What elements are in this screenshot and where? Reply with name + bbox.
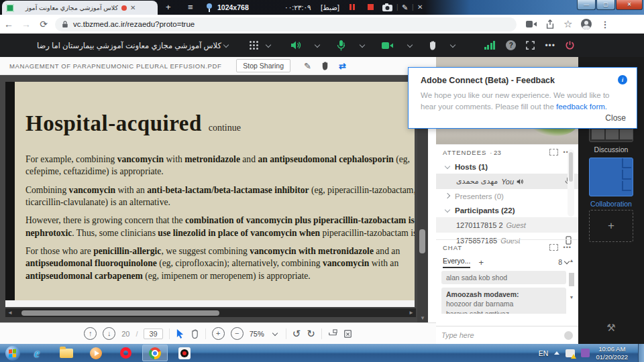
pods-grid-icon[interactable] bbox=[250, 41, 258, 50]
language-indicator[interactable]: EN bbox=[539, 349, 549, 357]
horizontal-scroll-thumb[interactable] bbox=[21, 310, 219, 316]
tray-alert-icon[interactable] bbox=[566, 349, 575, 357]
attendees-scrollbar[interactable] bbox=[568, 149, 574, 217]
zoom-in-button[interactable]: + bbox=[212, 327, 225, 340]
tray-app-icon[interactable] bbox=[581, 349, 590, 357]
chat-scroll-down-icon[interactable]: ▼ bbox=[568, 295, 576, 300]
scroll-right-icon[interactable]: ► bbox=[407, 310, 416, 316]
pods-chevron-icon[interactable] bbox=[266, 42, 271, 47]
browser-menu-icon[interactable]: ⋮ bbox=[600, 19, 609, 29]
raise-hand-chevron-icon[interactable] bbox=[450, 42, 455, 47]
recorder-stop-button[interactable] bbox=[368, 4, 374, 10]
room-title-chevron-icon[interactable] bbox=[223, 42, 229, 47]
horizontal-scrollbar[interactable]: ◄ ► bbox=[5, 308, 416, 317]
window-close-button[interactable]: ✕ bbox=[616, 0, 643, 10]
chat-scroll-up-icon[interactable]: ▲ bbox=[568, 258, 576, 263]
bookmark-star-icon[interactable]: ☆ bbox=[564, 18, 572, 30]
fit-width-icon[interactable] bbox=[328, 329, 337, 339]
tab-close-icon[interactable]: ✕ bbox=[130, 4, 136, 11]
rotate-ccw-icon[interactable]: ↺ bbox=[292, 328, 301, 340]
scroll-left-icon[interactable]: ◄ bbox=[5, 310, 15, 316]
vertical-scroll-thumb[interactable] bbox=[419, 229, 425, 253]
page-current[interactable]: 20 bbox=[121, 330, 129, 338]
fullscreen-icon[interactable] bbox=[525, 40, 535, 50]
clock[interactable]: 10:06 AM 01/20/2022 bbox=[596, 345, 628, 361]
window-minimize-button[interactable]: — bbox=[577, 0, 596, 10]
share-icon[interactable] bbox=[545, 19, 555, 29]
host-entry[interactable]: مهدی محمدی You bbox=[436, 174, 578, 189]
attendees-scroll-thumb[interactable] bbox=[569, 152, 573, 182]
media-player-icon[interactable] bbox=[83, 345, 109, 361]
webcam-chevron-icon[interactable] bbox=[407, 42, 413, 47]
add-layout-button[interactable]: + bbox=[589, 210, 633, 242]
back-icon[interactable]: ← bbox=[0, 19, 17, 29]
chat-input[interactable]: Type here bbox=[436, 326, 578, 344]
feedback-form-link[interactable]: feedback form. bbox=[556, 103, 607, 111]
raise-hand-icon[interactable] bbox=[428, 40, 437, 50]
recorder-pause-button[interactable] bbox=[350, 4, 355, 10]
chat-tab-everyone[interactable]: Everyo... bbox=[443, 257, 470, 268]
header-more-icon[interactable]: ••• bbox=[545, 41, 555, 50]
draw-icon[interactable]: ✎ bbox=[304, 61, 311, 71]
browser-tab[interactable]: كلاس آموزشي مجازي معاونت آموز ✕ bbox=[2, 1, 158, 15]
tab-capture-icon[interactable] bbox=[526, 20, 537, 28]
emoji-icon[interactable] bbox=[564, 331, 573, 340]
internet-explorer-icon[interactable]: e bbox=[24, 345, 50, 361]
speaker-icon[interactable] bbox=[290, 40, 302, 50]
pan-hand-icon[interactable] bbox=[191, 329, 199, 339]
previous-page-button[interactable]: ↑ bbox=[84, 327, 97, 340]
file-explorer-icon[interactable] bbox=[54, 345, 79, 361]
zoom-out-button[interactable]: − bbox=[231, 327, 244, 340]
webcam-icon[interactable] bbox=[382, 42, 393, 50]
zoom-chevron-icon[interactable] bbox=[272, 330, 277, 335]
sync-icon[interactable]: ⇄ bbox=[339, 61, 346, 71]
layout-collaboration-label[interactable]: Collaboration bbox=[578, 200, 644, 208]
power-exit-icon[interactable] bbox=[565, 40, 575, 50]
layout-collaboration-thumbnail[interactable] bbox=[589, 158, 633, 196]
connection-signal-icon[interactable] bbox=[484, 41, 496, 50]
participant-row[interactable]: 1270117815 2 Guest bbox=[436, 217, 578, 233]
attendees-popout-icon[interactable] bbox=[549, 149, 558, 156]
screen-recorder-icon[interactable] bbox=[172, 345, 197, 361]
chat-count[interactable]: 8 bbox=[558, 258, 562, 266]
recorder-draw-icon[interactable]: ✎ bbox=[402, 0, 408, 15]
recorder-close-icon[interactable]: ✕ bbox=[417, 0, 423, 15]
hosts-group-row[interactable]: Hosts (1) bbox=[436, 160, 578, 174]
reload-icon[interactable]: ⟳ bbox=[35, 19, 52, 29]
recorder-menu-icon[interactable]: ≡ bbox=[188, 0, 193, 15]
url-field[interactable]: vc.tbzmed.ac.ir/rezaedu?proto=true bbox=[55, 17, 517, 32]
layout-discussion-label[interactable]: Discussion bbox=[578, 145, 644, 154]
scroll-down-icon[interactable]: ▼ bbox=[417, 315, 428, 321]
next-page-button[interactable]: ↓ bbox=[103, 327, 115, 340]
chrome-icon[interactable] bbox=[142, 345, 168, 361]
opera-icon[interactable] bbox=[113, 345, 138, 361]
rotate-cw-icon[interactable]: ↻ bbox=[307, 328, 315, 340]
forward-icon[interactable]: → bbox=[17, 19, 35, 29]
start-button[interactable] bbox=[5, 346, 20, 361]
chat-scrollbar[interactable]: ▲ ▼ bbox=[568, 258, 576, 300]
select-cursor-icon[interactable] bbox=[176, 328, 184, 339]
new-tab-button[interactable]: + bbox=[166, 0, 171, 15]
window-maximize-button[interactable]: ▢ bbox=[596, 0, 615, 10]
chat-scroll-thumb[interactable] bbox=[569, 273, 574, 286]
tray-expand-icon[interactable] bbox=[554, 351, 559, 355]
microphone-chevron-icon[interactable] bbox=[360, 42, 365, 47]
microphone-icon[interactable] bbox=[337, 40, 345, 51]
chat-popout-icon[interactable] bbox=[549, 244, 558, 251]
stop-sharing-button[interactable]: Stop Sharing bbox=[236, 59, 290, 72]
fit-page-icon[interactable] bbox=[343, 329, 352, 339]
participants-group-row[interactable]: Participants (22) bbox=[436, 203, 578, 217]
layout-tools-icon[interactable]: ⚒ bbox=[578, 322, 644, 334]
chat-add-tab-button[interactable]: + bbox=[478, 257, 484, 267]
feedback-close-button[interactable]: Close bbox=[605, 113, 626, 123]
pointer-hand-icon[interactable] bbox=[321, 61, 329, 70]
show-desktop-button[interactable] bbox=[638, 344, 644, 362]
pin-icon[interactable] bbox=[205, 3, 213, 12]
recorder-screenshot-icon[interactable] bbox=[382, 3, 392, 11]
chat-menu-icon[interactable]: ••• bbox=[564, 244, 572, 251]
help-icon[interactable]: ? bbox=[506, 40, 516, 50]
zoom-level[interactable]: 75% bbox=[250, 330, 264, 338]
speaker-chevron-icon[interactable] bbox=[315, 42, 320, 47]
profile-avatar[interactable] bbox=[581, 19, 592, 29]
presenters-group-row[interactable]: Presenters (0) bbox=[436, 189, 578, 203]
